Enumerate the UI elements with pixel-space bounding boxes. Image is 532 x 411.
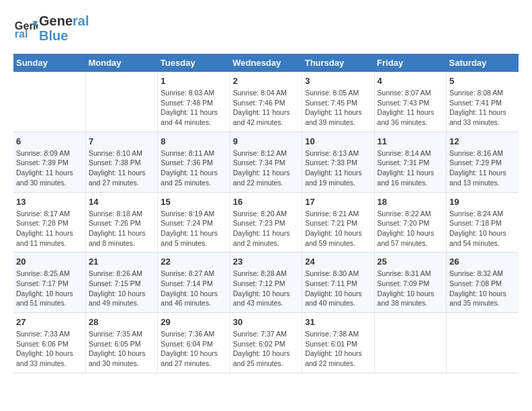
calendar-cell: 21Sunrise: 8:26 AM Sunset: 7:15 PM Dayli… <box>85 253 157 313</box>
calendar-cell: 12Sunrise: 8:16 AM Sunset: 7:29 PM Dayli… <box>447 132 519 192</box>
page-header: Gene ral General Blue <box>13 13 519 43</box>
calendar-cell: 7Sunrise: 8:10 AM Sunset: 7:38 PM Daylig… <box>85 132 157 192</box>
day-info: Sunrise: 7:38 AM Sunset: 6:01 PM Dayligh… <box>305 329 371 369</box>
calendar-cell: 14Sunrise: 8:18 AM Sunset: 7:26 PM Dayli… <box>85 192 157 253</box>
calendar-cell: 17Sunrise: 8:21 AM Sunset: 7:21 PM Dayli… <box>302 192 374 253</box>
day-info: Sunrise: 8:05 AM Sunset: 7:45 PM Dayligh… <box>305 88 371 128</box>
week-row-2: 6Sunrise: 8:09 AM Sunset: 7:39 PM Daylig… <box>13 132 519 192</box>
day-info: Sunrise: 8:09 AM Sunset: 7:39 PM Dayligh… <box>16 148 83 188</box>
calendar-cell: 6Sunrise: 8:09 AM Sunset: 7:39 PM Daylig… <box>13 132 85 192</box>
calendar-cell: 28Sunrise: 7:35 AM Sunset: 6:05 PM Dayli… <box>85 313 157 373</box>
calendar-cell: 29Sunrise: 7:36 AM Sunset: 6:04 PM Dayli… <box>158 313 230 373</box>
day-number: 28 <box>89 317 154 327</box>
calendar-cell: 20Sunrise: 8:25 AM Sunset: 7:17 PM Dayli… <box>13 253 85 313</box>
day-number: 25 <box>378 257 443 267</box>
day-number: 26 <box>449 257 516 267</box>
day-number: 14 <box>89 197 154 207</box>
calendar-cell: 27Sunrise: 7:33 AM Sunset: 6:06 PM Dayli… <box>13 313 85 373</box>
day-number: 24 <box>305 257 371 267</box>
column-header-sunday: Sunday <box>13 54 85 72</box>
calendar-cell <box>13 72 85 132</box>
calendar-cell: 30Sunrise: 7:37 AM Sunset: 6:02 PM Dayli… <box>230 313 302 373</box>
day-number: 4 <box>378 76 443 86</box>
calendar-cell: 9Sunrise: 8:12 AM Sunset: 7:34 PM Daylig… <box>230 132 302 192</box>
day-number: 23 <box>233 257 299 267</box>
column-header-saturday: Saturday <box>447 54 519 72</box>
day-info: Sunrise: 8:24 AM Sunset: 7:18 PM Dayligh… <box>449 209 516 248</box>
week-row-1: 1Sunrise: 8:03 AM Sunset: 7:48 PM Daylig… <box>13 72 519 132</box>
logo: Gene ral General Blue <box>13 13 89 43</box>
day-info: Sunrise: 8:13 AM Sunset: 7:33 PM Dayligh… <box>305 148 371 188</box>
day-info: Sunrise: 8:12 AM Sunset: 7:34 PM Dayligh… <box>233 148 299 188</box>
day-number: 10 <box>305 136 371 146</box>
day-number: 30 <box>233 317 299 327</box>
calendar-cell: 19Sunrise: 8:24 AM Sunset: 7:18 PM Dayli… <box>447 192 519 253</box>
day-info: Sunrise: 8:03 AM Sunset: 7:48 PM Dayligh… <box>161 88 226 128</box>
calendar-cell <box>85 72 157 132</box>
calendar-cell: 22Sunrise: 8:27 AM Sunset: 7:14 PM Dayli… <box>158 253 230 313</box>
calendar-cell: 18Sunrise: 8:22 AM Sunset: 7:20 PM Dayli… <box>374 192 446 253</box>
day-info: Sunrise: 8:11 AM Sunset: 7:36 PM Dayligh… <box>161 148 226 188</box>
calendar-table: SundayMondayTuesdayWednesdayThursdayFrid… <box>13 54 519 373</box>
day-info: Sunrise: 8:14 AM Sunset: 7:31 PM Dayligh… <box>378 148 443 188</box>
svg-text:ral: ral <box>15 28 28 40</box>
calendar-cell: 3Sunrise: 8:05 AM Sunset: 7:45 PM Daylig… <box>302 72 374 132</box>
day-number: 1 <box>161 76 226 86</box>
day-info: Sunrise: 7:36 AM Sunset: 6:04 PM Dayligh… <box>161 329 226 369</box>
calendar-cell: 4Sunrise: 8:07 AM Sunset: 7:43 PM Daylig… <box>374 72 446 132</box>
day-number: 27 <box>16 317 83 327</box>
calendar-header-row: SundayMondayTuesdayWednesdayThursdayFrid… <box>13 54 519 72</box>
calendar-cell: 11Sunrise: 8:14 AM Sunset: 7:31 PM Dayli… <box>374 132 446 192</box>
calendar-cell: 15Sunrise: 8:19 AM Sunset: 7:24 PM Dayli… <box>158 192 230 253</box>
day-number: 2 <box>233 76 299 86</box>
day-info: Sunrise: 8:18 AM Sunset: 7:26 PM Dayligh… <box>89 209 154 248</box>
day-number: 31 <box>305 317 371 327</box>
day-number: 29 <box>161 317 226 327</box>
day-info: Sunrise: 8:08 AM Sunset: 7:41 PM Dayligh… <box>449 88 516 128</box>
logo-icon: Gene ral <box>13 16 38 40</box>
calendar-cell: 26Sunrise: 8:32 AM Sunset: 7:08 PM Dayli… <box>447 253 519 313</box>
calendar-cell <box>447 313 519 373</box>
day-number: 18 <box>378 197 443 207</box>
column-header-thursday: Thursday <box>302 54 374 72</box>
calendar-cell: 24Sunrise: 8:30 AM Sunset: 7:11 PM Dayli… <box>302 253 374 313</box>
day-info: Sunrise: 8:30 AM Sunset: 7:11 PM Dayligh… <box>305 269 371 308</box>
day-info: Sunrise: 8:26 AM Sunset: 7:15 PM Dayligh… <box>89 269 154 308</box>
day-number: 21 <box>89 257 154 267</box>
day-number: 12 <box>449 136 516 146</box>
day-info: Sunrise: 8:07 AM Sunset: 7:43 PM Dayligh… <box>378 88 443 128</box>
calendar-cell: 8Sunrise: 8:11 AM Sunset: 7:36 PM Daylig… <box>158 132 230 192</box>
day-info: Sunrise: 8:32 AM Sunset: 7:08 PM Dayligh… <box>449 269 516 308</box>
day-info: Sunrise: 7:35 AM Sunset: 6:05 PM Dayligh… <box>89 329 154 369</box>
column-header-wednesday: Wednesday <box>230 54 302 72</box>
day-number: 3 <box>305 76 371 86</box>
calendar-cell: 10Sunrise: 8:13 AM Sunset: 7:33 PM Dayli… <box>302 132 374 192</box>
day-number: 22 <box>161 257 226 267</box>
day-info: Sunrise: 7:33 AM Sunset: 6:06 PM Dayligh… <box>16 329 83 369</box>
calendar-cell: 13Sunrise: 8:17 AM Sunset: 7:28 PM Dayli… <box>13 192 85 253</box>
day-info: Sunrise: 8:20 AM Sunset: 7:23 PM Dayligh… <box>233 209 299 248</box>
day-info: Sunrise: 8:19 AM Sunset: 7:24 PM Dayligh… <box>161 209 226 248</box>
calendar-cell: 31Sunrise: 7:38 AM Sunset: 6:01 PM Dayli… <box>302 313 374 373</box>
day-info: Sunrise: 8:17 AM Sunset: 7:28 PM Dayligh… <box>16 209 83 248</box>
day-number: 8 <box>161 136 226 146</box>
calendar-cell <box>374 313 446 373</box>
day-number: 5 <box>449 76 516 86</box>
day-info: Sunrise: 8:21 AM Sunset: 7:21 PM Dayligh… <box>305 209 371 248</box>
week-row-5: 27Sunrise: 7:33 AM Sunset: 6:06 PM Dayli… <box>13 313 519 373</box>
day-info: Sunrise: 8:25 AM Sunset: 7:17 PM Dayligh… <box>16 269 83 308</box>
day-number: 15 <box>161 197 226 207</box>
day-info: Sunrise: 8:04 AM Sunset: 7:46 PM Dayligh… <box>233 88 299 128</box>
day-number: 20 <box>16 257 83 267</box>
day-number: 7 <box>89 136 154 146</box>
day-info: Sunrise: 8:28 AM Sunset: 7:12 PM Dayligh… <box>233 269 299 308</box>
day-number: 11 <box>378 136 443 146</box>
day-info: Sunrise: 8:10 AM Sunset: 7:38 PM Dayligh… <box>89 148 154 188</box>
day-number: 13 <box>16 197 83 207</box>
day-number: 9 <box>233 136 299 146</box>
day-number: 16 <box>233 197 299 207</box>
day-info: Sunrise: 7:37 AM Sunset: 6:02 PM Dayligh… <box>233 329 299 369</box>
column-header-tuesday: Tuesday <box>158 54 230 72</box>
week-row-4: 20Sunrise: 8:25 AM Sunset: 7:17 PM Dayli… <box>13 253 519 313</box>
day-info: Sunrise: 8:16 AM Sunset: 7:29 PM Dayligh… <box>449 148 516 188</box>
